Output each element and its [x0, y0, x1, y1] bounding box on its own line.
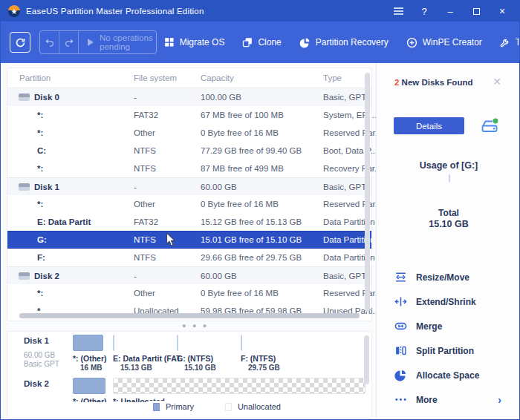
- notice-close-icon[interactable]: ✕: [491, 76, 503, 88]
- primary-swatch-icon: [153, 403, 160, 411]
- disk-map-partition-block[interactable]: [73, 378, 105, 394]
- disk-map-scrollbar[interactable]: [364, 335, 369, 384]
- col-type: Type: [323, 73, 342, 82]
- col-file-system: File system: [134, 73, 177, 82]
- disk-icon: [19, 93, 30, 101]
- table-row[interactable]: *:Other0 Byte free of 16 MBReserved Par.…: [7, 124, 371, 142]
- tools-button[interactable]: Tools: [493, 33, 520, 52]
- close-button[interactable]: ×: [493, 3, 512, 19]
- redo-button[interactable]: [59, 31, 79, 53]
- legend-unallocated-label: Unallocated: [238, 402, 281, 411]
- legend: Primary Unallocated: [149, 401, 285, 413]
- table-header: Partition File system Capacity Type: [7, 68, 371, 88]
- window-title: EaseUS Partition Master Professional Edi…: [26, 7, 204, 16]
- disk-map-partition-block[interactable]: [177, 335, 241, 351]
- disk-map-label: Disk 1: [24, 336, 49, 345]
- allocate-space-icon: [394, 369, 407, 381]
- unallocated-swatch-icon: [225, 403, 232, 411]
- easeus-logo-icon: ★: [8, 5, 20, 17]
- resize-move-icon: [394, 271, 407, 283]
- more-button[interactable]: More ›: [377, 387, 520, 412]
- table-vertical-scrollbar[interactable]: [365, 73, 370, 312]
- table-horizontal-scrollbar[interactable]: [19, 313, 360, 318]
- minimize-button[interactable]: –: [441, 3, 460, 19]
- table-row[interactable]: *:Other0 Byte free of 16 MBReserved Par.…: [7, 195, 371, 213]
- table-row[interactable]: Disk 0-100.00 GBBasic, GPT: [7, 88, 371, 106]
- sidebar: 2 New Disks Found ✕ Details Usage of [G:…: [376, 63, 520, 419]
- disk-icon: [19, 272, 30, 280]
- toolbar: No operations pending Migrate OS Clone P…: [1, 22, 519, 63]
- partition-recovery-button[interactable]: Partition Recovery: [292, 33, 396, 53]
- disk-map-partition-block[interactable]: [241, 335, 365, 351]
- disk-map-label: Disk 2: [24, 379, 49, 388]
- mouse-cursor: [166, 232, 176, 250]
- legend-primary-label: Primary: [166, 402, 194, 411]
- table-row[interactable]: C:NTFS77.29 GB free of 99.40 GBBoot, Dat…: [7, 142, 371, 160]
- help-icon[interactable]: ?: [415, 3, 434, 19]
- partition-recovery-icon: [299, 37, 311, 48]
- table-row[interactable]: *:NTFS87 MB free of 499 MBRecovery Par..…: [7, 160, 371, 177]
- partition-table: Partition File system Capacity Type Disk…: [7, 68, 372, 321]
- refresh-button[interactable]: [10, 32, 30, 53]
- operations-group: No operations pending: [39, 30, 157, 54]
- col-partition: Partition: [19, 73, 51, 82]
- table-row[interactable]: Disk 1-60.00 GBBasic, GPT: [7, 177, 371, 195]
- winpe-creator-button[interactable]: WinPE Creator: [399, 33, 490, 53]
- chevron-right-icon: ›: [498, 394, 501, 406]
- disk-map-partition-block[interactable]: [113, 378, 365, 394]
- new-disk-icon[interactable]: [480, 116, 499, 138]
- winpe-creator-icon: [406, 37, 417, 48]
- col-capacity: Capacity: [201, 73, 234, 82]
- menu-icon[interactable]: [389, 3, 408, 19]
- split-partition-icon: [394, 344, 407, 357]
- resize-move-button[interactable]: Resize/Move: [377, 265, 520, 289]
- maximize-button[interactable]: [467, 3, 486, 19]
- split-partition-button[interactable]: Split Partition: [377, 338, 520, 363]
- table-row[interactable]: E: Data PartitFAT3215.12 GB free of 15.1…: [7, 213, 371, 231]
- partition-table-body: Disk 0-100.00 GBBasic, GPT*:FAT3267 MB f…: [7, 88, 371, 320]
- play-icon: [88, 39, 94, 46]
- table-row[interactable]: *:FAT3267 MB free of 100 MBSystem, EFI .…: [7, 106, 371, 124]
- merge-icon: [394, 320, 407, 332]
- tools-wrench-icon: [500, 37, 510, 47]
- usage-gauge-tick: [449, 174, 450, 183]
- disk-map-partition-block[interactable]: [113, 335, 177, 351]
- usage-title: Usage of [G:]: [377, 160, 520, 171]
- details-button[interactable]: Details: [394, 117, 464, 134]
- new-disks-text: New Disks Found: [402, 78, 473, 87]
- undo-button[interactable]: [40, 31, 59, 53]
- total-label: Total: [377, 208, 520, 218]
- titlebar: ★ EaseUS Partition Master Professional E…: [1, 1, 519, 22]
- disk-icon: [19, 183, 30, 191]
- table-row[interactable]: G:NTFS15.01 GB free of 15.10 GBData Part…: [7, 231, 371, 249]
- disk-map-partition-block[interactable]: [73, 335, 103, 351]
- action-list: Resize/Move Extend/Shrink Merge Split Pa…: [377, 265, 520, 412]
- pending-operations-label: No operations pending: [100, 33, 156, 51]
- table-row[interactable]: F:NTFS29.66 GB free of 29.75 GBData Part…: [7, 249, 371, 266]
- table-row[interactable]: Disk 2-60.00 GBBasic, GPT: [7, 266, 371, 284]
- extend-shrink-icon: [394, 295, 407, 308]
- migrate-os-button[interactable]: Migrate OS: [157, 33, 233, 52]
- panel-splitter-handle[interactable]: ● ● ●: [182, 322, 209, 329]
- allocate-space-button[interactable]: Allocate Space: [377, 363, 520, 387]
- pending-operations-button[interactable]: No operations pending: [79, 33, 156, 51]
- merge-button[interactable]: Merge: [377, 314, 520, 338]
- clone-button[interactable]: Clone: [235, 33, 288, 52]
- disk-map-panel: Disk 160.00 GBBasic GPT*: (Other)16 MBE:…: [7, 331, 372, 419]
- new-disks-count: 2: [394, 78, 399, 87]
- extend-shrink-button[interactable]: Extend/Shrink: [377, 289, 520, 314]
- more-dots-icon: [394, 393, 407, 406]
- total-value: 15.10 GB: [377, 219, 520, 229]
- migrate-os-icon: [164, 37, 175, 47]
- clone-icon: [242, 37, 253, 47]
- table-row[interactable]: *:Other0 Byte free of 16 MBReserved Par.…: [7, 284, 371, 302]
